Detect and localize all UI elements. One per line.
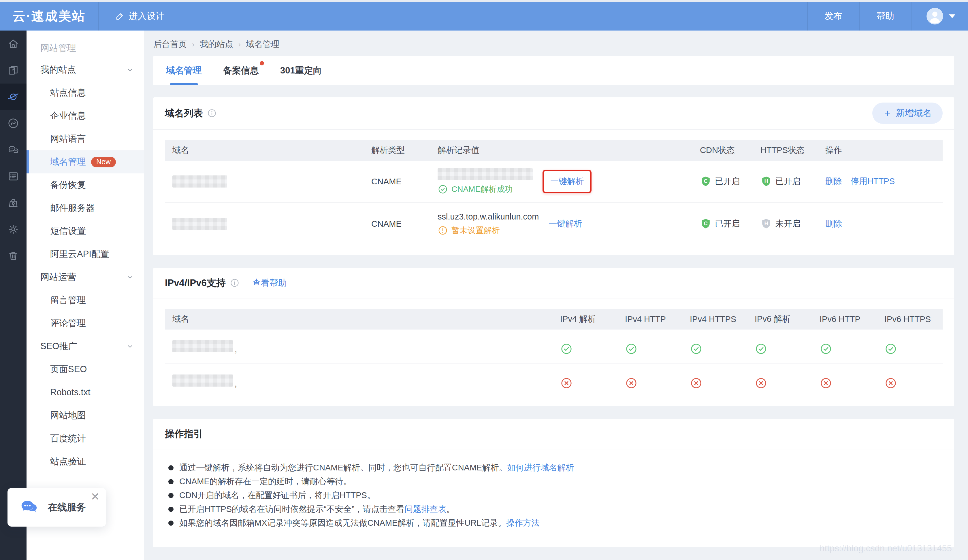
sidebar-item-label: 页面SEO <box>50 363 87 375</box>
cell-status-pass <box>812 337 877 355</box>
pages-icon <box>7 64 19 76</box>
icon-rail <box>0 31 27 560</box>
close-icon[interactable]: ✕ <box>91 490 100 503</box>
sidebar-item-站点信息[interactable]: 站点信息 <box>27 81 144 104</box>
column-header: 解析记录值 <box>430 145 693 156</box>
https-status-text: 已开启 <box>776 176 801 187</box>
domain-table-body: CNAMECNAME解析成功一键解析C已开启H已开启删除停用HTTPSCNAME… <box>165 161 943 245</box>
record-stack: ssl.uz3.top.w.alikunlun.com暂未设置解析 <box>438 212 539 236</box>
info-icon[interactable] <box>207 108 217 118</box>
rail-item-link[interactable] <box>0 110 27 137</box>
cell-status-pass <box>617 337 682 355</box>
bag-icon <box>7 197 19 209</box>
sidebar-item-评论管理[interactable]: 评论管理 <box>27 312 144 335</box>
guide-text: 已开启HTTPS的域名在访问时依然提示“不安全”，请点击查看 <box>179 504 404 515</box>
sidebar-group-我的站点[interactable]: 我的站点 <box>27 58 144 81</box>
info-icon[interactable] <box>230 278 240 288</box>
cell-status-fail <box>877 372 942 390</box>
link-icon <box>7 117 19 129</box>
guide-link[interactable]: 如何进行域名解析 <box>507 462 574 474</box>
x-circle-icon <box>560 377 617 390</box>
tab-301重定向[interactable]: 301重定向 <box>280 56 322 85</box>
column-header: 域名 <box>165 314 553 325</box>
sidebar-item-企业信息[interactable]: 企业信息 <box>27 104 144 127</box>
bullet-dot <box>168 520 174 526</box>
help-button[interactable]: 帮助 <box>860 2 911 31</box>
sidebar-item-百度统计[interactable]: 百度统计 <box>27 427 144 450</box>
breadcrumb-separator: › <box>239 40 241 49</box>
redact-comma: , <box>235 381 237 387</box>
breadcrumb-item[interactable]: 后台首页 <box>153 39 187 50</box>
rail-item-gear[interactable] <box>0 216 27 243</box>
check-circle-icon <box>755 342 767 355</box>
cell-status-fail <box>812 372 877 390</box>
guide-text: 。 <box>446 504 454 515</box>
rail-item-bag[interactable] <box>0 190 27 216</box>
rail-item-home[interactable] <box>0 31 27 57</box>
check-circle-icon <box>884 342 897 355</box>
svg-text:C: C <box>704 178 708 184</box>
sidebar-item-短信设置[interactable]: 短信设置 <box>27 220 144 243</box>
guide-link[interactable]: 操作方法 <box>506 517 540 529</box>
tab-备案信息[interactable]: 备案信息 <box>223 56 259 85</box>
rail-item-globe[interactable] <box>0 84 27 110</box>
cell-record: ssl.uz3.top.w.alikunlun.com暂未设置解析一键解析 <box>430 212 693 236</box>
bullet-dot <box>168 507 174 512</box>
account-menu[interactable] <box>912 2 968 31</box>
sidebar-item-域名管理[interactable]: 域名管理New <box>27 150 144 173</box>
check-circle-icon <box>438 184 448 195</box>
cell-domain: , <box>165 340 553 352</box>
cell-domain <box>165 218 364 230</box>
action-link-删除[interactable]: 删除 <box>825 176 842 187</box>
check-circle-icon <box>690 342 703 355</box>
sidebar-item-页面SEO[interactable]: 页面SEO <box>27 358 144 381</box>
tab-bar: 域名管理备案信息301重定向 <box>153 56 954 85</box>
divider <box>153 129 954 130</box>
one-click-resolve-link[interactable]: 一键解析 <box>550 177 584 186</box>
gear-icon <box>7 223 19 235</box>
enter-design-button[interactable]: 进入设计 <box>99 2 181 31</box>
sidebar-item-Robots.txt[interactable]: Robots.txt <box>27 381 144 404</box>
check-circle-icon <box>625 342 638 355</box>
x-circle-icon <box>820 377 877 390</box>
x-circle-icon <box>755 377 812 390</box>
action-link-删除[interactable]: 删除 <box>825 218 842 230</box>
add-domain-button[interactable]: 新增域名 <box>872 102 943 124</box>
guide-link[interactable]: 问题排查表 <box>404 504 446 515</box>
online-service-widget[interactable]: 在线服务 ✕ <box>8 488 106 527</box>
ipv-table-row: , <box>165 363 943 398</box>
action-link-停用HTTPS[interactable]: 停用HTTPS <box>851 176 895 187</box>
redacted-domain <box>172 375 233 387</box>
sidebar-item-邮件服务器[interactable]: 邮件服务器 <box>27 197 144 220</box>
sidebar-item-备份恢复[interactable]: 备份恢复 <box>27 173 144 197</box>
sidebar-item-站点验证[interactable]: 站点验证 <box>27 450 144 473</box>
view-help-link[interactable]: 查看帮助 <box>252 277 287 289</box>
column-header: IPv6 解析 <box>747 314 812 325</box>
sidebar-item-留言管理[interactable]: 留言管理 <box>27 289 144 312</box>
sidebar-group-label: 我的站点 <box>40 64 76 76</box>
sidebar-group-网站运营[interactable]: 网站运营 <box>27 266 144 289</box>
rail-item-list[interactable] <box>0 163 27 190</box>
one-click-resolve-link[interactable]: 一键解析 <box>549 219 582 228</box>
shield-h-icon: H <box>761 218 772 230</box>
tab-域名管理[interactable]: 域名管理 <box>166 56 202 85</box>
cell-status-pass <box>553 337 617 355</box>
bullet-dot <box>168 465 174 471</box>
chevron-down-icon <box>126 273 134 281</box>
guide-list: 通过一键解析，系统将自动为您进行CNAME解析。同时，您也可自行配置CNAME解… <box>165 449 943 529</box>
sidebar-title: 网站管理 <box>40 42 144 54</box>
sidebar-item-阿里云API配置[interactable]: 阿里云API配置 <box>27 243 144 266</box>
header-spacer <box>181 2 807 31</box>
publish-button[interactable]: 发布 <box>808 2 859 31</box>
rail-item-trash[interactable] <box>0 243 27 269</box>
breadcrumb-item[interactable]: 我的站点 <box>200 39 233 50</box>
rail-item-pages[interactable] <box>0 57 27 84</box>
sidebar-item-网站语言[interactable]: 网站语言 <box>27 127 144 150</box>
x-circle-icon <box>690 377 747 390</box>
sidebar-group-SEO推广[interactable]: SEO推广 <box>27 335 144 358</box>
sidebar-item-网站地图[interactable]: 网站地图 <box>27 404 144 427</box>
cell-record: CNAME解析成功一键解析 <box>430 168 693 195</box>
rail-item-wechat[interactable] <box>0 137 27 163</box>
guide-item: CDN开启的域名，在配置好证书后，将开启HTTPS。 <box>168 490 943 501</box>
cell-status-pass <box>682 337 747 355</box>
